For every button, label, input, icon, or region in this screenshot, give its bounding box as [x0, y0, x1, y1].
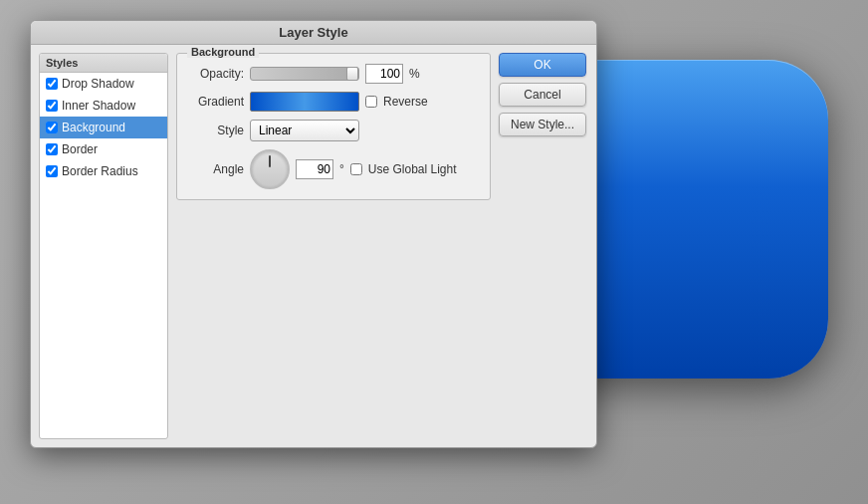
opacity-input[interactable]: 100	[365, 64, 403, 84]
opacity-row: Opacity: 100 %	[189, 64, 478, 84]
style-select[interactable]: Linear Radial Angle Reflected Diamond	[250, 120, 359, 141]
opacity-label: Opacity:	[189, 67, 244, 81]
drop-shadow-checkbox[interactable]	[46, 78, 58, 90]
gradient-swatch[interactable]	[250, 92, 359, 112]
angle-dial[interactable]	[250, 149, 290, 189]
style-label: Style	[189, 124, 244, 137]
percent-label: %	[409, 67, 420, 81]
sidebar-item-border[interactable]: Border	[40, 138, 167, 160]
gradient-label: Gradient	[189, 95, 244, 109]
background-settings-panel: Background Opacity: 100 % Gradient Rever…	[176, 53, 491, 200]
angle-row: Angle 90 ° Use Global Light	[189, 149, 478, 189]
drop-shadow-label: Drop Shadow	[62, 77, 134, 91]
border-label: Border	[62, 142, 98, 156]
inner-shadow-label: Inner Shadow	[62, 99, 135, 113]
new-style-button[interactable]: New Style...	[499, 113, 586, 136]
layer-style-dialog: Layer Style Styles Drop Shadow Inner Sha…	[30, 20, 597, 448]
angle-label: Angle	[189, 162, 244, 176]
border-radius-checkbox[interactable]	[46, 165, 58, 177]
border-radius-label: Border Radius	[62, 164, 138, 178]
global-light-label: Use Global Light	[368, 162, 457, 176]
ok-button[interactable]: OK	[499, 53, 586, 77]
background-panel-label: Background	[187, 46, 259, 58]
styles-list: Drop Shadow Inner Shadow Background Bord…	[40, 73, 167, 182]
opacity-slider[interactable]	[250, 67, 359, 81]
reverse-label: Reverse	[383, 95, 428, 109]
angle-input[interactable]: 90	[296, 159, 333, 179]
dialog-title: Layer Style	[279, 25, 347, 40]
degree-label: °	[339, 162, 344, 176]
buttons-panel: OK Cancel New Style...	[499, 53, 588, 439]
background-checkbox[interactable]	[46, 122, 58, 133]
style-row: Style Linear Radial Angle Reflected Diam…	[189, 120, 478, 141]
styles-panel: Styles Drop Shadow Inner Shadow Backgrou…	[39, 53, 168, 439]
sidebar-item-inner-shadow[interactable]: Inner Shadow	[40, 95, 167, 117]
global-light-checkbox[interactable]	[350, 163, 362, 175]
dialog-body: Styles Drop Shadow Inner Shadow Backgrou…	[31, 45, 596, 447]
cancel-button[interactable]: Cancel	[499, 83, 586, 107]
sidebar-item-drop-shadow[interactable]: Drop Shadow	[40, 73, 167, 95]
background-label: Background	[62, 121, 125, 134]
sidebar-item-border-radius[interactable]: Border Radius	[40, 160, 167, 182]
border-checkbox[interactable]	[46, 143, 58, 155]
styles-header: Styles	[40, 54, 167, 73]
sidebar-item-background[interactable]: Background	[40, 117, 167, 138]
dialog-titlebar: Layer Style	[31, 21, 596, 45]
reverse-checkbox[interactable]	[365, 96, 377, 108]
inner-shadow-checkbox[interactable]	[46, 100, 58, 112]
gradient-row: Gradient Reverse	[189, 92, 478, 112]
